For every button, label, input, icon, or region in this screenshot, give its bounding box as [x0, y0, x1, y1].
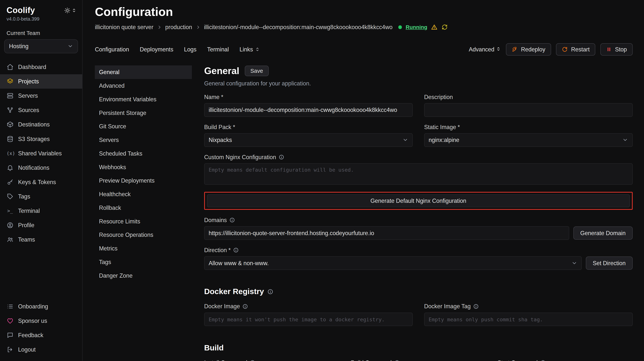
subnav-item-advanced[interactable]: Advanced [95, 79, 192, 93]
domains-input[interactable] [204, 226, 569, 240]
advanced-menu[interactable]: Advanced [469, 46, 501, 53]
info-icon[interactable] [473, 303, 479, 309]
build-pack-select[interactable]: Nixpacks [204, 133, 413, 147]
subnav-item-webhooks[interactable]: Webhooks [95, 160, 192, 174]
name-input[interactable] [204, 103, 413, 117]
domains-label-text: Domains [204, 217, 227, 223]
bell-icon [6, 164, 14, 171]
subnav-item-persistent-storage[interactable]: Persistent Storage [95, 106, 192, 120]
breadcrumb-environment[interactable]: production [165, 24, 192, 31]
info-icon[interactable] [229, 217, 235, 223]
docker-image-tag-label: Docker Image Tag [424, 303, 633, 310]
sidebar-item-tags[interactable]: Tags [0, 189, 82, 204]
section-subtitle: General configuration for your applicati… [204, 80, 633, 87]
subnav-item-metrics[interactable]: Metrics [95, 242, 192, 255]
subnav-item-general[interactable]: General [95, 65, 192, 79]
docker-image-tag-label-text: Docker Image Tag [424, 303, 471, 310]
restart-button[interactable]: Restart [556, 43, 596, 56]
team-select-value: Hosting [9, 43, 28, 50]
sidebar-item-teams[interactable]: Teams [0, 232, 82, 247]
subnav-item-git-source[interactable]: Git Source [95, 120, 192, 133]
redeploy-button[interactable]: Redeploy [506, 43, 551, 56]
theme-sun-icon[interactable] [64, 7, 70, 14]
info-icon[interactable] [267, 289, 274, 295]
sidebar-item-notifications[interactable]: Notifications [0, 160, 82, 175]
info-icon[interactable] [394, 360, 400, 361]
coolify-app: Coolify v4.0.0-beta.399 Current Team Hos… [0, 0, 644, 361]
sidebar: Coolify v4.0.0-beta.399 Current Team Hos… [0, 0, 82, 361]
domains-label: Domains [204, 217, 633, 223]
status-badge[interactable]: Running [406, 24, 428, 30]
static-image-select[interactable]: nginx:alpine [424, 133, 633, 147]
refresh-cycle-icon[interactable] [441, 24, 448, 31]
build-command-field-group: Build Command [351, 352, 486, 361]
subnav-item-resource-operations[interactable]: Resource Operations [95, 228, 192, 242]
subnav-item-rollback[interactable]: Rollback [95, 201, 192, 215]
stop-pause-icon [606, 47, 612, 52]
docker-image-tag-input[interactable] [424, 313, 633, 326]
subnav-item-servers[interactable]: Servers [95, 133, 192, 147]
info-icon[interactable] [250, 360, 255, 361]
sidebar-item-servers[interactable]: Servers [0, 89, 82, 103]
set-direction-button[interactable]: Set Direction [586, 256, 633, 269]
build-pack-field-group: Build Pack * Nixpacks [204, 117, 413, 147]
info-icon[interactable] [278, 154, 284, 160]
team-select[interactable]: Hosting [4, 39, 78, 53]
sidebar-item-shared-variables[interactable]: (x) Shared Variables [0, 146, 82, 160]
tab-configuration[interactable]: Configuration [95, 46, 129, 53]
nginx-config-textarea[interactable] [204, 163, 633, 185]
app-logo[interactable]: Coolify [6, 6, 35, 15]
sidebar-item-sources[interactable]: Sources [0, 103, 82, 117]
sidebar-item-profile[interactable]: Profile [0, 218, 82, 232]
tab-terminal[interactable]: Terminal [207, 46, 229, 53]
sidebar-item-destinations[interactable]: Destinations [0, 117, 82, 132]
sidebar-item-logout[interactable]: Logout [0, 342, 82, 357]
tab-deployments[interactable]: Deployments [140, 46, 173, 53]
direction-select[interactable]: Allow www & non-www. [204, 256, 582, 270]
info-icon[interactable] [233, 247, 239, 253]
install-command-label-text: Install Command [204, 359, 247, 361]
sidebar-item-s3-storages[interactable]: S3 Storages [0, 132, 82, 146]
subnav-item-scheduled-tasks[interactable]: Scheduled Tasks [95, 147, 192, 160]
theme-selector-chevron-icon[interactable] [72, 8, 76, 13]
tab-label: Links [240, 46, 253, 53]
sidebar-item-dashboard[interactable]: Dashboard [0, 60, 82, 74]
chevron-down-icon [572, 260, 577, 266]
subnav-item-environment-variables[interactable]: Environment Variables [95, 93, 192, 106]
info-icon[interactable] [242, 303, 248, 309]
direction-value: Allow www & non-www. [209, 260, 269, 266]
breadcrumb-resource[interactable]: illicitestonion/-module--decomposition:m… [204, 24, 392, 31]
subnav-item-preview-deployments[interactable]: Preview Deployments [95, 174, 192, 187]
subnav-item-resource-limits[interactable]: Resource Limits [95, 214, 192, 228]
generate-nginx-config-button[interactable]: Generate Default Nginx Configuration [207, 194, 630, 207]
docker-image-input[interactable] [204, 313, 413, 326]
stop-button[interactable]: Stop [600, 43, 633, 56]
breadcrumb-project[interactable]: illicitonion quote server [95, 24, 153, 31]
start-command-label: Start Command [498, 359, 633, 361]
warning-triangle-icon[interactable] [431, 24, 438, 31]
sidebar-item-onboarding[interactable]: Onboarding [0, 299, 82, 313]
info-icon[interactable] [540, 360, 546, 361]
description-input[interactable] [424, 103, 633, 117]
save-button[interactable]: Save [245, 66, 269, 76]
tab-bar: Configuration Deployments Logs Terminal … [95, 43, 632, 56]
sidebar-item-projects[interactable]: Projects [0, 74, 82, 89]
subnav-item-healthcheck[interactable]: Healthcheck [95, 187, 192, 201]
variable-x-icon: (x) [6, 151, 14, 156]
sidebar-item-label: Destinations [18, 121, 50, 128]
generate-domain-button[interactable]: Generate Domain [573, 226, 633, 239]
docker-image-field-group: Docker Image [204, 296, 413, 326]
sidebar-item-keys-tokens[interactable]: Keys & Tokens [0, 175, 82, 189]
redeploy-label: Redeploy [521, 46, 546, 53]
database-icon [6, 136, 14, 143]
docker-registry-title: Docker Registry [204, 287, 633, 296]
app-version: v4.0.0-beta.399 [0, 15, 82, 22]
sidebar-item-terminal[interactable]: >_ Terminal [0, 204, 82, 218]
sidebar-item-sponsor-us[interactable]: Sponsor us [0, 314, 82, 328]
tab-logs[interactable]: Logs [184, 46, 196, 53]
subnav-item-tags[interactable]: Tags [95, 255, 192, 269]
theme-controls [64, 7, 76, 14]
sidebar-item-feedback[interactable]: Feedback [0, 328, 82, 342]
subnav-item-danger-zone[interactable]: Danger Zone [95, 269, 192, 282]
tab-links[interactable]: Links [240, 46, 260, 53]
